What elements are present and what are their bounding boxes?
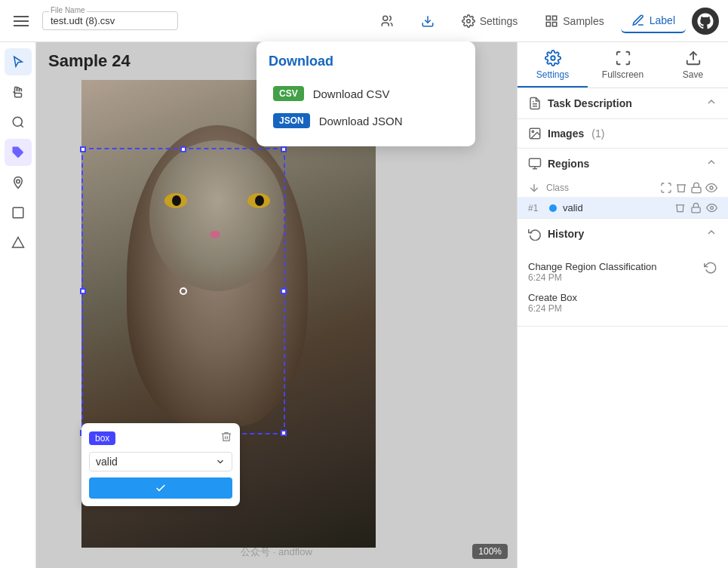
region-lock-icon[interactable]	[690, 202, 702, 213]
label-confirm-button[interactable]	[89, 477, 232, 499]
class-column-header: Class	[546, 183, 654, 193]
regions-icon	[528, 157, 542, 170]
eye-icon[interactable]	[705, 182, 717, 194]
label-class-select[interactable]: valid	[89, 452, 232, 471]
label-class-value: valid	[96, 456, 118, 468]
settings-panel-label: Settings	[536, 69, 569, 80]
team-button[interactable]	[370, 10, 404, 32]
download-csv-item[interactable]: CSV Download CSV	[269, 80, 463, 107]
region-row-1[interactable]: #1 valid	[518, 198, 728, 218]
save-icon	[685, 50, 702, 66]
label-delete-button[interactable]	[220, 431, 232, 446]
svg-rect-6	[553, 22, 557, 26]
svg-line-9	[20, 124, 23, 127]
svg-rect-24	[692, 187, 701, 192]
region-num-1: #1	[528, 203, 543, 213]
label-popup: box valid	[81, 423, 240, 506]
save-panel-button[interactable]: Save	[658, 42, 728, 88]
topbar: File Name test.udt (8).csv Settings	[0, 0, 728, 42]
download-csv-label: Download CSV	[313, 88, 390, 100]
fullscreen-panel-button[interactable]: Fullscreen	[588, 42, 658, 88]
select-tool[interactable]	[5, 48, 32, 75]
history-chevron	[705, 226, 717, 241]
history-section: History Change Region Classification 6:2…	[518, 219, 728, 327]
download-icon	[421, 14, 435, 28]
regions-section: Regions Class	[518, 149, 728, 219]
svg-rect-12	[13, 207, 23, 218]
location-tool[interactable]	[5, 169, 32, 196]
save-panel-label: Save	[683, 69, 703, 80]
regions-header[interactable]: Regions	[518, 149, 728, 179]
polygon-tool[interactable]	[5, 229, 32, 256]
download-title: Download	[269, 54, 463, 69]
menu-button[interactable]	[9, 9, 33, 33]
svg-rect-26	[692, 207, 700, 213]
task-description-icon	[528, 97, 542, 110]
images-header[interactable]: Images (1)	[518, 119, 728, 148]
svg-point-25	[710, 186, 713, 189]
history-icon	[528, 227, 542, 241]
history-action-0: Change Region Classification	[528, 261, 657, 272]
region-eye-icon[interactable]	[706, 202, 717, 213]
history-item-0: Change Region Classification 6:24 PM	[528, 256, 717, 287]
svg-point-19	[532, 130, 533, 132]
regions-chevron	[705, 156, 717, 171]
region-delete-icon[interactable]	[674, 202, 686, 213]
label-button[interactable]: Label	[621, 9, 686, 33]
search-tool[interactable]	[5, 109, 32, 136]
settings-panel-button[interactable]: Settings	[518, 42, 588, 88]
task-description-header[interactable]: Task Description	[518, 88, 728, 118]
samples-label: Samples	[563, 15, 604, 27]
samples-button[interactable]: Samples	[534, 10, 614, 32]
github-button[interactable]	[692, 8, 719, 35]
svg-rect-20	[530, 158, 541, 167]
chevron-up-regions-icon	[705, 156, 717, 168]
download-json-item[interactable]: JSON Download JSON	[269, 107, 463, 134]
github-icon	[697, 13, 714, 29]
svg-point-0	[382, 16, 387, 20]
region-class-1: valid	[563, 202, 668, 213]
left-toolbar	[0, 42, 36, 568]
checkmark-icon	[155, 482, 167, 494]
task-description-section: Task Description	[518, 88, 728, 119]
label-icon	[631, 14, 645, 27]
history-label: History	[548, 228, 584, 240]
label-tag: box	[89, 431, 115, 445]
rect-tool[interactable]	[5, 199, 32, 226]
images-icon	[528, 127, 542, 140]
sort-icon	[528, 182, 540, 194]
history-action-1: Create Box	[528, 292, 577, 303]
task-description-label: Task Description	[548, 97, 632, 109]
settings-panel-icon	[545, 50, 561, 66]
history-items: Change Region Classification 6:24 PM Cre…	[518, 249, 728, 326]
settings-button[interactable]: Settings	[451, 10, 529, 32]
history-time-0: 6:24 PM	[528, 272, 657, 283]
file-name-label: File Name	[49, 6, 87, 14]
csv-badge: CSV	[273, 86, 304, 101]
svg-point-27	[711, 207, 714, 210]
svg-point-2	[466, 19, 470, 23]
cursor-icon	[11, 55, 25, 69]
lock-icon[interactable]	[690, 182, 702, 194]
search-icon	[11, 115, 25, 129]
tag-tool[interactable]	[5, 139, 32, 166]
chevron-up-history-icon	[705, 226, 717, 238]
watermark: 公众号 · andflow	[241, 545, 312, 559]
settings-label: Settings	[480, 15, 518, 27]
regions-label: Regions	[548, 158, 589, 170]
pan-tool[interactable]	[5, 78, 32, 106]
table-header-actions	[660, 182, 717, 194]
history-header[interactable]: History	[518, 219, 728, 249]
merge-icon[interactable]	[660, 182, 672, 194]
region-row-actions	[674, 202, 717, 213]
images-count: (1)	[591, 127, 604, 140]
topbar-actions: Settings Samples Label	[370, 8, 719, 35]
chevron-up-icon	[705, 96, 717, 108]
undo-icon-0	[704, 261, 717, 275]
delete-all-icon[interactable]	[675, 182, 687, 194]
history-undo-0[interactable]	[704, 261, 717, 278]
tag-icon	[11, 146, 25, 159]
download-button[interactable]	[410, 10, 445, 32]
fullscreen-panel-label: Fullscreen	[602, 69, 644, 80]
svg-rect-4	[553, 16, 557, 20]
